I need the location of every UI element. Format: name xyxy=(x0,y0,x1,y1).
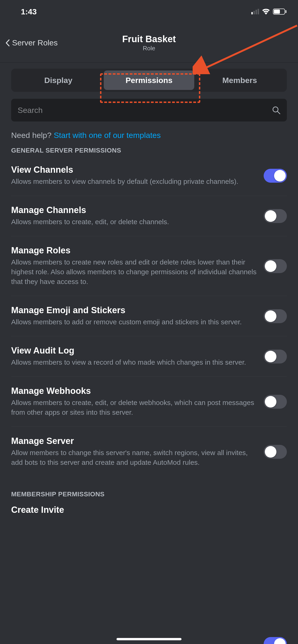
status-time: 1:43 xyxy=(21,7,37,16)
svg-point-2 xyxy=(273,107,278,112)
perm-desc: Allows members to view a record of who m… xyxy=(11,358,257,367)
back-label: Server Roles xyxy=(12,38,58,47)
perm-title: Manage Emoji and Stickers xyxy=(11,305,257,315)
toggle-view-channels[interactable] xyxy=(264,169,287,183)
perm-desc: Allow members to change this server's na… xyxy=(11,448,257,467)
tab-permissions[interactable]: Permissions xyxy=(104,70,194,90)
nav-header: Server Roles Fruit Basket Role xyxy=(0,23,298,62)
help-text: Need help? Start with one of our templat… xyxy=(11,131,287,140)
perm-create-invite: Create Invite xyxy=(11,505,287,515)
perm-desc: Allows members to create, edit, or delet… xyxy=(11,217,257,227)
perm-title: Manage Webhooks xyxy=(11,386,257,396)
tab-display[interactable]: Display xyxy=(13,70,104,90)
perm-manage-emoji: Manage Emoji and Stickers Allows members… xyxy=(11,296,287,336)
toggle-manage-roles[interactable] xyxy=(264,259,287,273)
toggle-manage-webhooks[interactable] xyxy=(264,395,287,409)
status-icons xyxy=(251,8,286,14)
perm-desc: Allows members to create, edit, or delet… xyxy=(11,398,257,417)
chevron-left-icon xyxy=(6,40,10,46)
perm-title: Manage Channels xyxy=(11,205,257,215)
perm-desc: Allows members to create new roles and e… xyxy=(11,257,257,286)
search-input[interactable]: Search xyxy=(11,99,287,122)
toggle-manage-emoji[interactable] xyxy=(264,309,287,323)
perm-title: View Channels xyxy=(11,165,257,175)
help-prefix: Need help? xyxy=(11,131,54,140)
role-tabs: Display Permissions Members xyxy=(11,68,287,92)
perm-manage-roles: Manage Roles Allows members to create ne… xyxy=(11,236,287,296)
battery-icon xyxy=(273,8,286,14)
perm-manage-channels: Manage Channels Allows members to create… xyxy=(11,196,287,236)
search-icon xyxy=(272,106,280,114)
perm-title: View Audit Log xyxy=(11,346,257,356)
perm-manage-webhooks: Manage Webhooks Allows members to create… xyxy=(11,377,287,427)
toggle-manage-server[interactable] xyxy=(264,445,287,459)
perm-title: Manage Server xyxy=(11,436,257,446)
perm-manage-server: Manage Server Allow members to change th… xyxy=(11,427,287,476)
perm-title: Create Invite xyxy=(11,505,287,515)
svg-line-3 xyxy=(277,112,280,114)
search-placeholder: Search xyxy=(18,106,43,115)
perm-title: Manage Roles xyxy=(11,246,257,256)
permissions-list: View Channels Allows members to view cha… xyxy=(11,156,287,476)
cellular-icon xyxy=(251,9,259,14)
perm-desc: Allows members to view channels by defau… xyxy=(11,177,257,186)
help-link[interactable]: Start with one of our templates xyxy=(54,131,161,140)
home-indicator xyxy=(117,638,181,640)
section-header-membership: MEMBERSHIP PERMISSIONS xyxy=(11,490,287,498)
toggle-manage-channels[interactable] xyxy=(264,209,287,223)
toggle-create-invite[interactable] xyxy=(264,637,287,644)
status-bar: 1:43 xyxy=(0,0,298,23)
perm-view-audit-log: View Audit Log Allows members to view a … xyxy=(11,336,287,377)
toggle-view-audit-log[interactable] xyxy=(264,350,287,364)
section-header-general: GENERAL SERVER PERMISSIONS xyxy=(11,147,287,154)
tab-members[interactable]: Members xyxy=(194,70,285,90)
back-button[interactable]: Server Roles xyxy=(6,38,58,47)
wifi-icon xyxy=(262,8,270,14)
perm-view-channels: View Channels Allows members to view cha… xyxy=(11,156,287,196)
perm-desc: Allows members to add or remove custom e… xyxy=(11,317,257,327)
